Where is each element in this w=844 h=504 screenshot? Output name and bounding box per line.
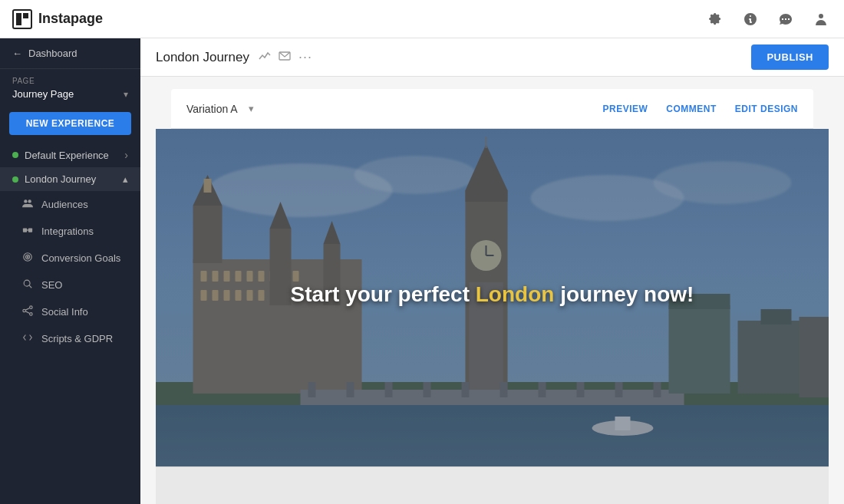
- page-selector-chevron: [124, 88, 128, 100]
- default-experience-item[interactable]: Default Experience: [0, 143, 140, 167]
- svg-point-3: [24, 199, 27, 203]
- page-label: Page: [12, 77, 128, 85]
- content-area: London Journey ··· PUBLISH Variation A: [140, 38, 844, 504]
- settings-icon[interactable]: [704, 8, 726, 30]
- default-experience-chevron: [124, 149, 128, 161]
- scripts-gdpr-label: Scripts & GDPR: [41, 333, 113, 344]
- integrations-icon: [21, 225, 34, 238]
- publish-button[interactable]: PUBLISH: [751, 44, 829, 70]
- audiences-icon: [21, 198, 34, 211]
- svg-point-9: [27, 256, 28, 258]
- preview-container: Start your perfect London journey now!: [156, 129, 829, 504]
- top-icons: [704, 8, 832, 30]
- preview-wrapper: Variation A ▾ PREVIEW COMMENT EDIT DESIG…: [140, 77, 844, 504]
- edit-design-action[interactable]: EDIT DESIGN: [735, 104, 798, 114]
- london-experience-chevron-up: ▴: [123, 173, 128, 185]
- chat-icon[interactable]: [775, 8, 796, 30]
- svg-rect-0: [13, 10, 31, 28]
- comment-action[interactable]: COMMENT: [666, 104, 717, 114]
- conversion-goals-label: Conversion Goals: [41, 252, 120, 264]
- social-info-label: Social Info: [41, 306, 88, 318]
- sidebar-item-integrations[interactable]: Integrations: [0, 218, 140, 245]
- top-header: Instapage: [0, 0, 844, 38]
- variation-actions: PREVIEW COMMENT EDIT DESIGN: [602, 104, 798, 114]
- svg-text:Start your perfect London jour: Start your perfect London journey now!: [291, 282, 694, 306]
- sidebar-item-scripts-gdpr[interactable]: Scripts & GDPR: [0, 325, 140, 352]
- london-journey-label: London Journey: [25, 173, 96, 185]
- variation-bar: Variation A ▾ PREVIEW COMMENT EDIT DESIG…: [171, 89, 813, 129]
- logo-text: Instapage: [38, 11, 103, 27]
- sidebar-item-audiences[interactable]: Audiences: [0, 191, 140, 218]
- page-selector[interactable]: Journey Page: [12, 88, 128, 100]
- sidebar-item-social-info[interactable]: Social Info: [0, 298, 140, 325]
- page-selector-label: Journey Page: [12, 88, 74, 100]
- sidebar-item-conversion-goals[interactable]: Conversion Goals: [0, 245, 140, 272]
- experience-status-dot: [12, 152, 18, 158]
- page-title: London Journey: [156, 50, 249, 65]
- svg-rect-2: [23, 13, 28, 18]
- scripts-icon: [21, 332, 34, 345]
- more-options-icon[interactable]: ···: [298, 49, 312, 65]
- seo-icon: [21, 278, 34, 292]
- page-header-icons: ···: [259, 49, 312, 65]
- london-experience-status-dot: [12, 176, 18, 183]
- variation-label: Variation A: [186, 103, 238, 115]
- preview-action[interactable]: PREVIEW: [602, 104, 648, 114]
- svg-rect-1: [16, 13, 21, 25]
- london-cityscape-svg: Start your perfect London journey now!: [156, 129, 829, 466]
- default-experience-label: Default Experience: [25, 150, 109, 161]
- svg-line-15: [25, 308, 29, 311]
- svg-rect-5: [23, 228, 27, 232]
- user-icon[interactable]: [810, 8, 832, 30]
- svg-line-16: [25, 311, 29, 314]
- instapage-logo-icon: [12, 9, 32, 29]
- svg-point-4: [28, 199, 31, 203]
- svg-point-13: [30, 306, 33, 309]
- audiences-label: Audiences: [41, 199, 88, 210]
- svg-line-11: [29, 285, 31, 288]
- logo-area: Instapage: [12, 9, 103, 29]
- page-header: London Journey ··· PUBLISH: [140, 38, 844, 77]
- svg-point-14: [30, 313, 33, 316]
- variation-selector[interactable]: Variation A ▾: [186, 103, 254, 115]
- london-journey-experience-item[interactable]: London Journey ▴: [0, 167, 140, 191]
- page-footer-strip: [156, 466, 829, 504]
- variation-chevron: ▾: [249, 103, 254, 114]
- dashboard-link[interactable]: ← Dashboard: [0, 38, 140, 69]
- back-icon: ←: [12, 48, 22, 59]
- dashboard-label: Dashboard: [28, 48, 77, 59]
- page-section: Page Journey Page: [0, 69, 140, 104]
- svg-point-10: [24, 280, 30, 286]
- info-icon[interactable]: [740, 8, 761, 30]
- main-layout: ← Dashboard Page Journey Page NEW EXPERI…: [0, 38, 844, 504]
- sidebar-item-seo[interactable]: SEO: [0, 272, 140, 298]
- new-experience-button[interactable]: NEW EXPERIENCE: [9, 112, 131, 135]
- sidebar: ← Dashboard Page Journey Page NEW EXPERI…: [0, 38, 140, 504]
- svg-point-12: [23, 309, 26, 312]
- preview-image: Start your perfect London journey now!: [156, 129, 829, 466]
- conversion-goals-icon: [21, 252, 34, 265]
- email-icon[interactable]: [279, 50, 291, 64]
- social-info-icon: [21, 305, 34, 318]
- integrations-label: Integrations: [41, 226, 94, 237]
- seo-label: SEO: [41, 279, 62, 291]
- svg-rect-6: [28, 228, 32, 232]
- analytics-icon[interactable]: [259, 50, 271, 64]
